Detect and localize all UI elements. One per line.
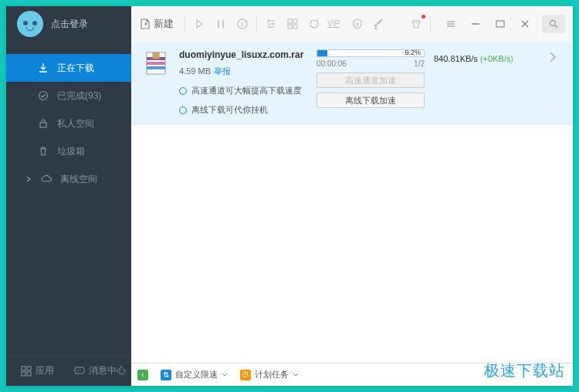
progress-column: 9.2% 00:00:06 1/2 高速通道加速 离线下载加速 [317,49,425,108]
highspeed-button[interactable]: 高速通道加速 [317,73,425,88]
cloud-icon [40,173,52,185]
svg-rect-22 [153,52,159,59]
clock-icon: ⏱ [240,370,251,380]
sidebar: 正在下载 已完成(93) 私人空间 垃圾箱 离线空间 [6,42,131,386]
schedule-button[interactable]: ⏱ 计划任务 [240,369,299,380]
file-info: duomiyinyue_lisuxz.com.rar 4.59 MB 举报 高速… [179,49,307,116]
parts-count: 1/2 [414,59,425,68]
expand-arrow[interactable] [543,49,562,65]
svg-rect-2 [288,19,292,23]
minimize-button[interactable] [465,13,486,35]
apps-icon [21,366,32,377]
trash-icon [37,145,49,157]
maximize-button[interactable] [489,13,511,35]
menu-button[interactable] [440,13,462,35]
tip-offline: 离线下载可代你挂机 [179,104,307,116]
settings-button[interactable] [260,13,282,35]
avatar-area[interactable]: 点击登录 [6,11,131,37]
svg-rect-4 [288,25,292,29]
toolbar: 新建 1 VIP ¥ [131,6,573,42]
prev-button[interactable]: ‹ [137,370,148,380]
loop-button[interactable]: 1 [232,13,253,35]
play-button[interactable] [188,13,210,35]
grid-button[interactable] [282,13,303,35]
progress-percent: 9.2% [405,49,421,56]
vip-button[interactable]: VIP [325,13,347,35]
pause-button[interactable] [210,13,232,35]
avatar-icon [17,11,43,37]
sidebar-label: 离线空间 [60,173,97,186]
svg-point-10 [550,21,556,26]
new-task-button[interactable]: 新建 [139,17,174,31]
sidebar-label: 正在下载 [57,62,94,75]
sidebar-item-completed[interactable]: 已完成(93) [6,82,131,110]
new-label: 新建 [154,17,174,31]
messages-label: 消息中心 [89,364,126,377]
svg-text:¥: ¥ [356,22,359,27]
report-link[interactable]: 举报 [214,66,231,76]
titlebar: 点击登录 新建 1 VIP ¥ [6,6,573,42]
apps-label: 应用 [36,364,54,377]
sidebar-item-offline[interactable]: 离线空间 [6,165,131,193]
tip-text: 离线下载可代你挂机 [191,104,268,116]
check-icon [37,90,49,102]
login-text: 点击登录 [51,18,88,31]
chevron-down-icon [222,372,228,378]
elapsed-time: 00:00:06 [317,59,347,68]
speed-column: 840.81KB/s (+0KB/s) [434,49,534,63]
app-window: 点击登录 新建 1 VIP ¥ [6,6,573,386]
messages-button[interactable]: 消息中心 [69,356,131,386]
sidebar-label: 私人空间 [57,117,94,130]
svg-rect-13 [22,367,25,370]
target-button[interactable] [303,13,325,35]
content-area: duomiyinyue_lisuxz.com.rar 4.59 MB 举报 高速… [131,42,573,386]
svg-rect-12 [40,123,46,127]
svg-rect-15 [22,372,25,376]
divider [256,16,257,32]
svg-rect-20 [147,62,165,65]
shield-button[interactable]: ¥ [347,13,368,35]
new-file-icon [139,18,151,30]
speed-limit-label: 自定义限速 [175,369,218,380]
svg-text:1: 1 [241,21,245,28]
main-area: 正在下载 已完成(93) 私人空间 垃圾箱 离线空间 [6,42,573,386]
ring-icon [179,87,187,95]
download-icon [37,62,49,74]
speed-plus: (+0KB/s) [480,54,513,63]
rocket-button[interactable] [368,13,390,35]
ring-icon [179,106,187,114]
download-list: duomiyinyue_lisuxz.com.rar 4.59 MB 举报 高速… [131,42,573,363]
tip-highspeed: 高速通道可大幅提高下载速度 [179,85,307,96]
chevron-right-icon [547,49,558,65]
sidebar-item-private[interactable]: 私人空间 [6,110,131,137]
progress-fill [317,50,327,56]
chevron-right-icon [25,173,32,185]
rar-file-icon [142,49,170,77]
search-icon [549,19,558,29]
download-item[interactable]: duomiyinyue_lisuxz.com.rar 4.59 MB 举报 高速… [131,42,573,124]
offline-accel-button[interactable]: 离线下载加速 [317,93,425,108]
chat-icon [74,366,85,377]
tip-text: 高速通道可大幅提高下载速度 [191,85,302,96]
bottom-bar: ‹ ⇅ 自定义限速 ⏱ 计划任务 [131,363,573,386]
search-button[interactable] [542,15,565,33]
apps-button[interactable]: 应用 [6,356,69,386]
svg-point-6 [310,20,318,28]
sidebar-item-downloading[interactable]: 正在下载 [6,54,131,82]
close-button[interactable] [514,13,536,35]
speed-value: 840.81KB/s [434,54,478,63]
sidebar-label: 垃圾箱 [57,145,85,158]
speed-limit-button[interactable]: ⇅ 自定义限速 [161,369,228,380]
progress-bar: 9.2% [317,49,425,57]
speed-icon: ⇅ [161,370,171,380]
divider [185,16,185,32]
sidebar-label: 已完成(93) [57,90,101,103]
schedule-label: 计划任务 [255,369,289,380]
chevron-down-icon [293,372,299,378]
svg-rect-9 [496,21,504,27]
svg-rect-3 [293,19,297,23]
skin-button[interactable] [405,13,427,35]
sidebar-list: 正在下载 已完成(93) 私人空间 垃圾箱 离线空间 [6,42,131,355]
sidebar-item-trash[interactable]: 垃圾箱 [6,137,131,165]
svg-rect-16 [27,372,31,376]
